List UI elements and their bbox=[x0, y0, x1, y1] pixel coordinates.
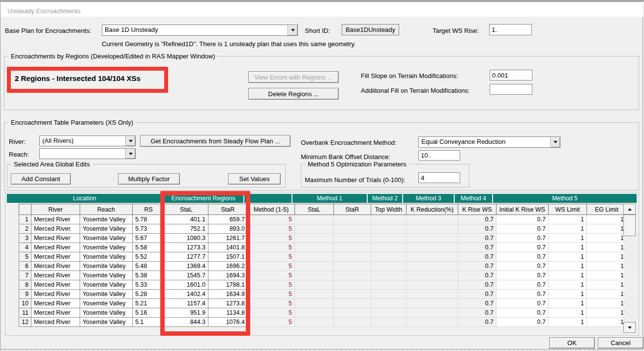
cell-eg_limit[interactable]: 1 bbox=[586, 224, 626, 234]
cell-star[interactable]: 1694.3 bbox=[208, 271, 247, 280]
cancel-button[interactable]: Cancel bbox=[598, 337, 644, 349]
cell-ws_limit[interactable]: 1 bbox=[548, 262, 586, 271]
base-plan-select[interactable]: Base 1D Unsteady bbox=[102, 25, 298, 36]
cell-init_k_rise_ws[interactable]: 0.7 bbox=[496, 252, 548, 262]
cell-k_reduction[interactable] bbox=[406, 234, 458, 243]
cell-n[interactable]: 4 bbox=[19, 243, 31, 252]
cell-method[interactable]: 5 bbox=[247, 215, 294, 224]
cell-top_width[interactable] bbox=[371, 290, 406, 299]
cell-river[interactable]: Merced River bbox=[31, 271, 80, 280]
cell-river[interactable]: Merced River bbox=[31, 318, 80, 327]
cell-m1_star[interactable] bbox=[333, 318, 371, 327]
table-scrollbar[interactable] bbox=[623, 204, 636, 333]
cell-m1_star[interactable] bbox=[333, 299, 371, 308]
cell-k_reduction[interactable] bbox=[406, 318, 458, 327]
cell-k_reduction[interactable] bbox=[406, 271, 458, 280]
multiply-factor-button[interactable]: Multiply Factor bbox=[118, 173, 180, 185]
cell-k_reduction[interactable] bbox=[406, 262, 458, 271]
cell-m1_stal[interactable] bbox=[294, 271, 333, 280]
cell-method[interactable]: 5 bbox=[247, 308, 294, 318]
cell-eg_limit[interactable]: 1 bbox=[586, 234, 626, 243]
cell-k_reduction[interactable] bbox=[406, 224, 458, 234]
cell-star[interactable]: 1634.9 bbox=[208, 290, 247, 299]
cell-eg_limit[interactable]: 1 bbox=[586, 243, 626, 252]
overbank-method-select[interactable]: Equal Conveyance Reduction bbox=[418, 136, 560, 148]
cell-k_rise_ws[interactable]: 0.7 bbox=[458, 271, 496, 280]
additional-fill-input[interactable] bbox=[490, 84, 532, 95]
cell-stal[interactable]: 1080.3 bbox=[164, 234, 208, 243]
cell-init_k_rise_ws[interactable]: 0.7 bbox=[496, 299, 548, 308]
cell-n[interactable]: 3 bbox=[19, 234, 31, 243]
cell-reach[interactable]: Yosemite Valley bbox=[80, 252, 132, 262]
cell-m1_star[interactable] bbox=[333, 262, 371, 271]
cell-reach[interactable]: Yosemite Valley bbox=[80, 280, 132, 290]
cell-ws_limit[interactable]: 1 bbox=[548, 299, 586, 308]
cell-reach[interactable]: Yosemite Valley bbox=[80, 224, 132, 234]
cell-ws_limit[interactable]: 1 bbox=[548, 308, 586, 318]
cell-rs[interactable]: 5.21 bbox=[132, 299, 164, 308]
cell-init_k_rise_ws[interactable]: 0.7 bbox=[496, 262, 548, 271]
cell-top_width[interactable] bbox=[371, 224, 406, 234]
cell-k_reduction[interactable] bbox=[406, 252, 458, 262]
cell-m1_stal[interactable] bbox=[294, 299, 333, 308]
view-errors-button[interactable]: View Errors with Regions ... bbox=[248, 71, 339, 83]
cell-k_rise_ws[interactable]: 0.7 bbox=[458, 262, 496, 271]
cell-ws_limit[interactable]: 1 bbox=[548, 252, 586, 262]
cell-k_rise_ws[interactable]: 0.7 bbox=[458, 280, 496, 290]
cell-k_reduction[interactable] bbox=[406, 215, 458, 224]
cell-m1_stal[interactable] bbox=[294, 234, 333, 243]
cell-stal[interactable]: 951.9 bbox=[164, 308, 208, 318]
cell-reach[interactable]: Yosemite Valley bbox=[80, 262, 132, 271]
cell-n[interactable]: 9 bbox=[19, 290, 31, 299]
add-constant-button[interactable]: Add Constant bbox=[11, 173, 71, 185]
cell-star[interactable]: 1134.8 bbox=[208, 308, 247, 318]
cell-k_rise_ws[interactable]: 0.7 bbox=[458, 308, 496, 318]
cell-method[interactable]: 5 bbox=[247, 299, 294, 308]
cell-init_k_rise_ws[interactable]: 0.7 bbox=[496, 224, 548, 234]
cell-k_rise_ws[interactable]: 0.7 bbox=[458, 252, 496, 262]
cell-river[interactable]: Merced River bbox=[31, 290, 80, 299]
cell-top_width[interactable] bbox=[371, 318, 406, 327]
cell-river[interactable]: Merced River bbox=[31, 224, 80, 234]
cell-m1_stal[interactable] bbox=[294, 262, 333, 271]
cell-star[interactable]: 659.7 bbox=[208, 215, 247, 224]
cell-n[interactable]: 1 bbox=[19, 215, 31, 224]
set-values-button[interactable]: Set Values bbox=[228, 173, 281, 185]
cell-eg_limit[interactable]: 1 bbox=[586, 215, 626, 224]
cell-k_reduction[interactable] bbox=[406, 290, 458, 299]
cell-k_rise_ws[interactable]: 0.7 bbox=[458, 318, 496, 327]
cell-eg_limit[interactable]: 1 bbox=[586, 262, 626, 271]
cell-stal[interactable]: 1545.7 bbox=[164, 271, 208, 280]
cell-m1_stal[interactable] bbox=[294, 308, 333, 318]
cell-reach[interactable]: Yosemite Valley bbox=[80, 318, 132, 327]
base-plan-dropdown-button[interactable] bbox=[288, 25, 297, 35]
cell-eg_limit[interactable]: 1 bbox=[586, 299, 626, 308]
cell-river[interactable]: Merced River bbox=[31, 308, 80, 318]
cell-star[interactable]: 1261.7 bbox=[208, 234, 247, 243]
cell-k_reduction[interactable] bbox=[406, 299, 458, 308]
cell-method[interactable]: 5 bbox=[247, 224, 294, 234]
cell-ws_limit[interactable]: 1 bbox=[548, 271, 586, 280]
cell-rs[interactable]: 5.1 bbox=[132, 318, 164, 327]
target-ws-rise-input[interactable] bbox=[489, 24, 532, 35]
river-dropdown-button[interactable] bbox=[125, 136, 135, 146]
fill-slope-input[interactable] bbox=[490, 70, 532, 81]
cell-m1_stal[interactable] bbox=[294, 224, 333, 234]
cell-ws_limit[interactable]: 1 bbox=[548, 243, 586, 252]
cell-reach[interactable]: Yosemite Valley bbox=[80, 243, 132, 252]
cell-rs[interactable]: 5.48 bbox=[132, 262, 164, 271]
cell-river[interactable]: Merced River bbox=[31, 299, 80, 308]
cell-ws_limit[interactable]: 1 bbox=[548, 224, 586, 234]
cell-rs[interactable]: 5.78 bbox=[132, 215, 164, 224]
cell-rs[interactable]: 5.38 bbox=[132, 271, 164, 280]
cell-method[interactable]: 5 bbox=[247, 243, 294, 252]
cell-k_rise_ws[interactable]: 0.7 bbox=[458, 290, 496, 299]
cell-river[interactable]: Merced River bbox=[31, 234, 80, 243]
cell-k_reduction[interactable] bbox=[406, 280, 458, 290]
min-bank-offset-input[interactable] bbox=[418, 150, 460, 161]
cell-rs[interactable]: 5.58 bbox=[132, 243, 164, 252]
cell-n[interactable]: 5 bbox=[19, 252, 31, 262]
cell-top_width[interactable] bbox=[371, 271, 406, 280]
cell-method[interactable]: 5 bbox=[247, 234, 294, 243]
cell-stal[interactable]: 1157.4 bbox=[164, 299, 208, 308]
